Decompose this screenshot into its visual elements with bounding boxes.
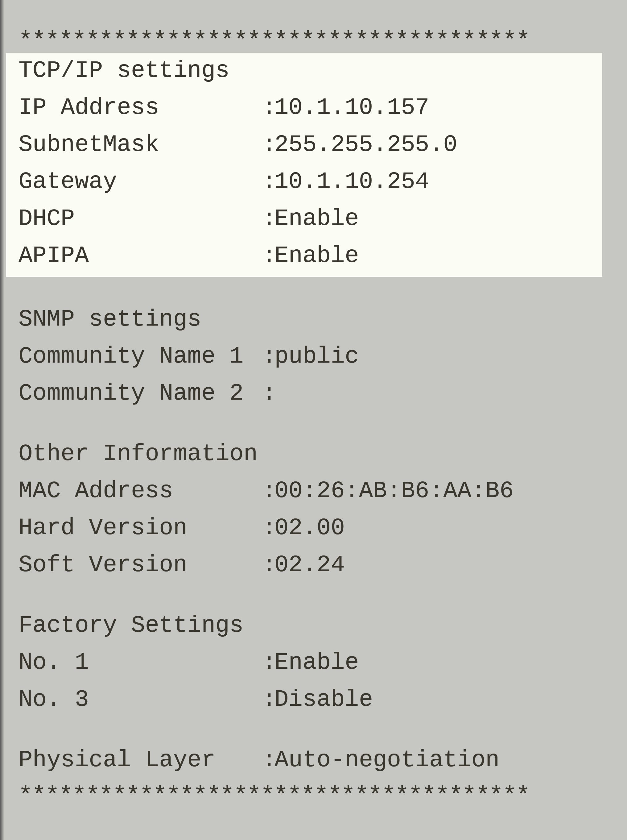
- value-factory-no1: Enable: [274, 651, 359, 674]
- row-factory-no3: No. 3 : Disable: [19, 688, 621, 711]
- value-apipa: Enable: [274, 244, 359, 268]
- row-apipa: APIPA : Enable: [19, 244, 596, 268]
- factory-title: Factory Settings: [19, 614, 621, 637]
- label-apipa: APIPA: [19, 244, 262, 268]
- label-hard-version: Hard Version: [19, 516, 262, 540]
- label-community-1: Community Name 1: [19, 345, 262, 368]
- label-physical-layer: Physical Layer: [19, 748, 262, 772]
- row-ip-address: IP Address : 10.1.10.157: [19, 96, 596, 119]
- value-factory-no3: Disable: [274, 688, 373, 711]
- value-mac-address: 00:26:AB:B6:AA:B6: [274, 479, 514, 503]
- page-edge-shadow: [0, 0, 4, 840]
- label-subnet-mask: SubnetMask: [19, 133, 262, 156]
- colon-icon: :: [262, 207, 274, 231]
- row-subnet-mask: SubnetMask : 255.255.255.0: [19, 133, 596, 156]
- row-community-2: Community Name 2 :: [19, 382, 621, 405]
- label-ip-address: IP Address: [19, 96, 262, 119]
- colon-icon: :: [262, 133, 274, 156]
- value-physical-layer: Auto-negotiation: [274, 748, 499, 772]
- label-community-2: Community Name 2: [19, 382, 262, 405]
- row-soft-version: Soft Version : 02.24: [19, 553, 621, 577]
- label-gateway: Gateway: [19, 170, 262, 194]
- separator-bottom: **************************************: [19, 784, 621, 808]
- value-soft-version: 02.24: [274, 553, 345, 577]
- other-info-title: Other Information: [19, 442, 621, 466]
- colon-icon: :: [262, 748, 274, 772]
- row-hard-version: Hard Version : 02.00: [19, 516, 621, 540]
- row-gateway: Gateway : 10.1.10.254: [19, 170, 596, 194]
- separator-top: **************************************: [19, 29, 621, 53]
- label-factory-no1: No. 1: [19, 651, 262, 674]
- label-factory-no3: No. 3: [19, 688, 262, 711]
- colon-icon: :: [262, 382, 274, 405]
- row-dhcp: DHCP : Enable: [19, 207, 596, 231]
- row-physical-layer: Physical Layer : Auto-negotiation: [19, 748, 621, 772]
- colon-icon: :: [262, 96, 274, 119]
- row-mac-address: MAC Address : 00:26:AB:B6:AA:B6: [19, 479, 621, 503]
- label-mac-address: MAC Address: [19, 479, 262, 503]
- tcpip-title: TCP/IP settings: [19, 59, 596, 82]
- value-subnet-mask: 255.255.255.0: [274, 133, 457, 156]
- colon-icon: :: [262, 479, 274, 503]
- tcpip-section-highlight: TCP/IP settings IP Address : 10.1.10.157…: [6, 53, 602, 277]
- colon-icon: :: [262, 688, 274, 711]
- value-hard-version: 02.00: [274, 516, 345, 540]
- section-gap: [19, 577, 621, 614]
- colon-icon: :: [262, 244, 274, 268]
- section-gap: [19, 277, 621, 308]
- label-soft-version: Soft Version: [19, 553, 262, 577]
- section-gap: [19, 405, 621, 442]
- receipt-printout: ************************************** T…: [0, 0, 627, 840]
- colon-icon: :: [262, 553, 274, 577]
- section-gap: [19, 711, 621, 748]
- value-dhcp: Enable: [274, 207, 359, 231]
- row-factory-no1: No. 1 : Enable: [19, 651, 621, 674]
- snmp-title: SNMP settings: [19, 308, 621, 331]
- value-community-1: public: [274, 345, 359, 368]
- label-dhcp: DHCP: [19, 207, 262, 231]
- value-gateway: 10.1.10.254: [274, 170, 429, 194]
- value-ip-address: 10.1.10.157: [274, 96, 429, 119]
- colon-icon: :: [262, 170, 274, 194]
- colon-icon: :: [262, 651, 274, 674]
- colon-icon: :: [262, 345, 274, 368]
- row-community-1: Community Name 1 : public: [19, 345, 621, 368]
- colon-icon: :: [262, 516, 274, 540]
